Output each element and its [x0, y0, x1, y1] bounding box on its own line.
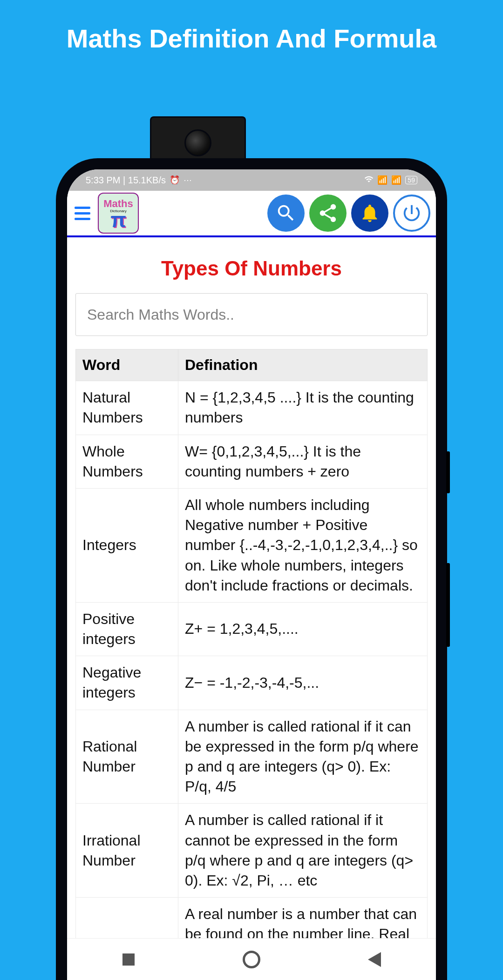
cell-def: All whole numbers including Negative num…: [178, 488, 428, 602]
recent-apps-button[interactable]: [115, 946, 143, 973]
table-row: A real number is a number that can be fo…: [76, 898, 428, 938]
cell-def: W= {0,1,2,3,4,5,...} It is the counting …: [178, 435, 428, 488]
content-area[interactable]: Types Of Numbers Word Defination Natural…: [67, 237, 436, 938]
power-button[interactable]: [393, 195, 430, 232]
table-row: IntegersAll whole numbers including Nega…: [76, 488, 428, 602]
cell-word: Integers: [76, 488, 178, 602]
definitions-table: Word Defination Natural NumbersN = {1,2,…: [75, 349, 428, 938]
pi-icon: π: [110, 213, 126, 228]
wifi-icon: [364, 175, 374, 186]
back-button[interactable]: [360, 946, 388, 973]
cell-word: Irrational Number: [76, 804, 178, 898]
table-row: Whole NumbersW= {0,1,2,3,4,5,...} It is …: [76, 435, 428, 488]
alarm-icon: ⏰: [170, 175, 180, 185]
cell-word: Natural Numbers: [76, 381, 178, 435]
system-nav-bar: [67, 938, 436, 980]
status-left: 5:33 PM | 15.1KB/s ⏰ ⋯: [86, 175, 192, 186]
cell-def: A number is called rational if it cannot…: [178, 804, 428, 898]
table-row: Positive integersZ+ = 1,2,3,4,5,....: [76, 602, 428, 656]
search-input[interactable]: [87, 306, 416, 323]
page-title: Types Of Numbers: [67, 237, 436, 293]
cell-def: A real number is a number that can be fo…: [178, 898, 428, 938]
search-box[interactable]: [75, 293, 428, 336]
more-icon: ⋯: [184, 175, 192, 185]
camera-lens: [184, 129, 211, 156]
cell-word: Negative integers: [76, 656, 178, 710]
cell-word: [76, 898, 178, 938]
status-right: 📶 📶 59: [364, 175, 417, 186]
side-button: [446, 451, 450, 493]
home-button[interactable]: [238, 946, 265, 973]
status-time: 5:33 PM | 15.1KB/s: [86, 175, 166, 186]
cell-def: Z− = -1,-2,-3,-4,-5,...: [178, 656, 428, 710]
col-def: Defination: [178, 349, 428, 381]
app-logo[interactable]: Maths Dictionary π: [98, 193, 139, 234]
phone-frame: 5:33 PM | 15.1KB/s ⏰ ⋯ 📶 📶 59 Maths Dict…: [56, 158, 447, 980]
app-toolbar: Maths Dictionary π: [67, 191, 436, 237]
share-button[interactable]: [309, 195, 347, 232]
cell-def: N = {1,2,3,4,5 ....} It is the counting …: [178, 381, 428, 435]
cell-def: A number is called rational if it can be…: [178, 710, 428, 804]
phone-screen: 5:33 PM | 15.1KB/s ⏰ ⋯ 📶 📶 59 Maths Dict…: [67, 169, 436, 980]
logo-title: Maths: [103, 199, 133, 209]
cell-word: Whole Numbers: [76, 435, 178, 488]
cell-word: Positive integers: [76, 602, 178, 656]
menu-button[interactable]: [73, 203, 93, 223]
table-row: Rational NumberA number is called ration…: [76, 710, 428, 804]
side-button: [446, 563, 450, 647]
table-row: Negative integersZ− = -1,-2,-3,-4,-5,...: [76, 656, 428, 710]
table-row: Natural NumbersN = {1,2,3,4,5 ....} It i…: [76, 381, 428, 435]
promo-title: Maths Definition And Formula: [0, 0, 503, 67]
signal-icon: 📶: [377, 175, 387, 185]
status-bar: 5:33 PM | 15.1KB/s ⏰ ⋯ 📶 📶 59: [67, 169, 436, 191]
cell-word: Rational Number: [76, 710, 178, 804]
search-button[interactable]: [267, 195, 305, 232]
notification-button[interactable]: [351, 195, 388, 232]
signal-icon: 📶: [391, 175, 401, 185]
cell-def: Z+ = 1,2,3,4,5,....: [178, 602, 428, 656]
col-word: Word: [76, 349, 178, 381]
table-header-row: Word Defination: [76, 349, 428, 381]
table-row: Irrational NumberA number is called rati…: [76, 804, 428, 898]
battery-icon: 59: [405, 176, 417, 184]
